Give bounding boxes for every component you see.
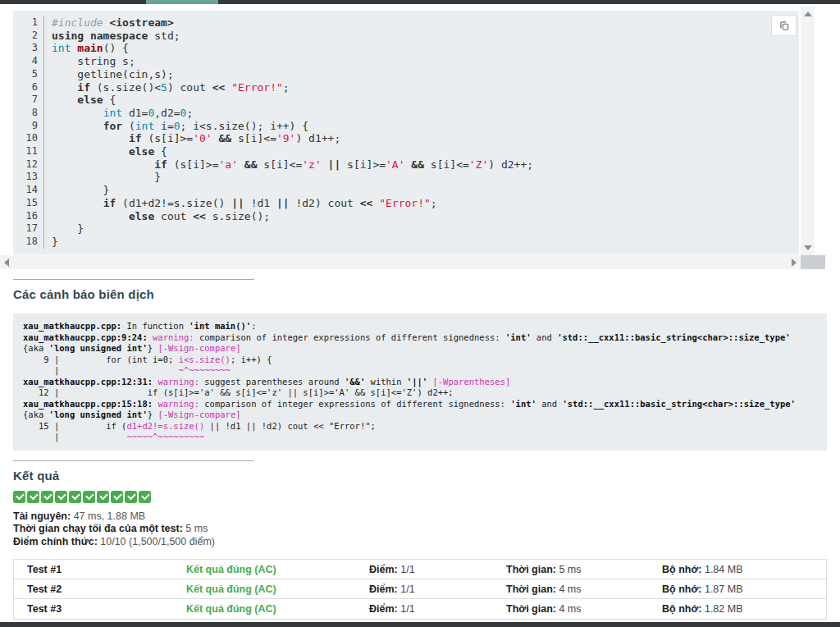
- test-score: Điểm: 1/1: [369, 603, 506, 615]
- text-segment: 'int': [505, 332, 532, 342]
- top-scroll-track[interactable]: [0, 0, 840, 4]
- code-viewer: 1#include <iostream>2using namespace std…: [0, 7, 840, 269]
- code-text: string s;: [44, 55, 135, 68]
- test-memory-label: Bộ nhớ:: [662, 584, 701, 595]
- text-segment: and: [536, 399, 563, 409]
- test-time: Thời gian: 4 ms: [506, 584, 662, 595]
- code-text: }: [44, 184, 109, 197]
- text-segment: warning:: [158, 399, 199, 409]
- line-number: 1: [13, 16, 44, 30]
- code-text: int d1=0,d2=0;: [44, 107, 193, 120]
- code-text: using namespace std;: [44, 30, 180, 43]
- text-segment: ) cout: [167, 81, 212, 94]
- text-segment: {: [154, 145, 167, 158]
- warning-line: xau_matkhaucpp.cpp:12:31: warning: sugge…: [23, 377, 817, 388]
- code-text: if (s.size()<5) cout << "Error!";: [44, 81, 290, 94]
- text-segment: "Error!": [231, 81, 283, 94]
- check-icon: [97, 491, 109, 503]
- results-section-title: Kết quả: [13, 469, 840, 483]
- line-number: 2: [13, 30, 44, 43]
- text-segment: [52, 158, 154, 171]
- text-segment: 12 | if (s[i]>='a' && s[i]<='z' || s[i]>…: [23, 387, 454, 397]
- source-code-block: 1#include <iostream>2using namespace std…: [13, 11, 799, 254]
- code-line: 10 if (s[i]>='0' && s[i]<='9') d1++;: [13, 132, 799, 145]
- code-line: 8 int d1=0,d2=0;: [13, 107, 799, 120]
- warning-line: {aka 'long unsigned int'} [-Wsign-compar…: [23, 343, 817, 355]
- text-segment: :: [251, 321, 256, 331]
- text-segment: 'Z': [469, 158, 488, 171]
- test-memory: Bộ nhớ: 1.82 MB: [662, 603, 826, 615]
- text-segment: string s;: [52, 55, 135, 67]
- check-icon: [27, 491, 39, 503]
- code-line: 5 getline(cin,s);: [13, 68, 799, 81]
- text-segment: ||: [276, 197, 290, 209]
- vertical-scrollbar[interactable]: [801, 7, 815, 255]
- line-number: 4: [13, 55, 44, 68]
- text-segment: using: [52, 30, 84, 42]
- top-scroll-indicator[interactable]: [146, 0, 218, 4]
- compiler-warnings-block: xau_matkhaucpp.cpp: In function 'int mai…: [13, 314, 827, 451]
- text-segment: ) d2++;: [488, 158, 533, 171]
- scroll-right-icon[interactable]: [792, 259, 797, 267]
- text-segment: for: [103, 120, 122, 132]
- text-segment: 'a': [219, 158, 238, 171]
- text-segment: [84, 30, 90, 42]
- text-segment: "Error!": [379, 197, 431, 209]
- code-text: #include <iostream>: [44, 16, 174, 30]
- text-segment: In function: [121, 321, 189, 331]
- text-segment: [-Wparentheses]: [432, 377, 510, 387]
- text-segment: '0': [193, 132, 212, 144]
- text-segment: else: [129, 145, 154, 158]
- test-memory-label: Bộ nhớ:: [662, 603, 701, 615]
- text-segment: |: [23, 365, 179, 375]
- text-segment: [52, 81, 77, 94]
- scroll-up-icon[interactable]: [804, 11, 812, 16]
- code-text: }: [44, 236, 58, 249]
- text-segment: warning:: [153, 332, 194, 342]
- text-segment: suggest parentheses around: [199, 377, 345, 387]
- text-segment: 'int': [510, 399, 536, 409]
- text-segment: s[i]<=: [257, 158, 302, 171]
- code-text: if (s[i]>='a' && s[i]<='z' || s[i]>='A' …: [44, 158, 533, 172]
- text-segment: '||': [407, 377, 427, 387]
- copy-code-button[interactable]: [771, 15, 797, 36]
- code-text: if (d1+d2!=s.size() || !d1 || !d2) cout …: [44, 197, 437, 210]
- text-segment: within: [365, 377, 407, 387]
- text-segment: (s.size()<: [90, 81, 161, 94]
- text-segment: ||: [328, 158, 341, 171]
- text-segment: [-Wsign-compare]: [158, 343, 240, 353]
- text-segment: xau_matkhaucpp.cpp:12:31:: [23, 377, 153, 387]
- scrollbar-corner: [801, 255, 825, 269]
- section-divider: [13, 460, 254, 461]
- warning-line: xau_matkhaucpp.cpp:15:18: warning: compa…: [23, 399, 817, 410]
- test-verdict: Kết quả đúng (AC): [186, 603, 369, 615]
- text-segment: (s[i]>=: [167, 158, 219, 171]
- stat-value: 10/10 (1,500/1,500 điểm): [98, 536, 215, 547]
- text-segment: [225, 81, 231, 94]
- scroll-down-icon[interactable]: [804, 245, 812, 250]
- text-segment: }: [52, 222, 84, 235]
- test-status-row: [13, 491, 840, 503]
- text-segment: '&&': [345, 377, 365, 387]
- text-segment: comparison of integer expressions of dif…: [199, 399, 510, 409]
- text-segment: ;: [431, 197, 437, 209]
- text-segment: }: [52, 184, 109, 196]
- resource-stats: Tài nguyên: 47 ms, 1.88 MB Thời gian chạ…: [13, 510, 840, 549]
- text-segment: &&: [219, 132, 232, 144]
- test-score-label: Điểm:: [369, 564, 398, 575]
- text-segment: 'long unsigned int': [49, 410, 148, 419]
- submission-result-page: { "theme": { "accent_teal": "#66a598", "…: [0, 0, 840, 627]
- test-name: Test #2: [14, 584, 186, 595]
- text-segment: ||: [231, 197, 244, 209]
- text-segment: '9': [276, 132, 295, 144]
- scroll-left-icon[interactable]: [4, 259, 9, 267]
- line-number: 8: [13, 107, 44, 120]
- text-segment: s[i]<=: [424, 158, 469, 171]
- code-line: 12 if (s[i]>='a' && s[i]<='z' || s[i]>='…: [13, 158, 799, 172]
- bottom-scroll-track[interactable]: [0, 622, 840, 627]
- horizontal-scrollbar[interactable]: [0, 255, 801, 269]
- code-line: 11 else {: [13, 145, 799, 158]
- test-score: Điểm: 1/1: [369, 584, 506, 595]
- text-segment: ~~~~~^~~~~~~~~~: [126, 432, 204, 442]
- text-segment: ,d2=: [154, 107, 180, 119]
